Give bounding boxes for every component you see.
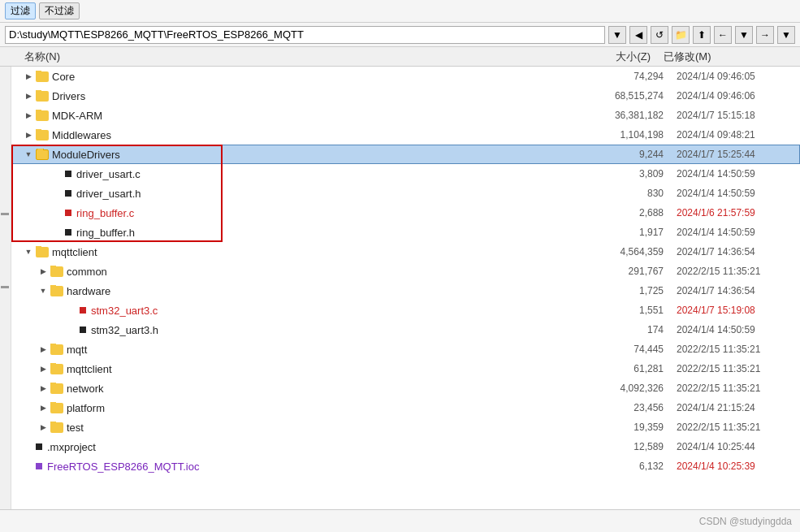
file-name-cell: ▼ModuleDrivers bbox=[11, 149, 573, 161]
file-size-cell: 1,104,198 bbox=[573, 129, 670, 141]
file-name-text: driver_usart.c bbox=[76, 168, 141, 180]
file-size-cell: 830 bbox=[573, 188, 670, 199]
file-name-text: ring_buffer.h bbox=[76, 227, 135, 239]
expand-icon[interactable]: ▶ bbox=[37, 383, 49, 394]
table-row[interactable]: FreeRTOS_ESP8266_MQTT.ioc6,1322024/1/4 1… bbox=[11, 456, 800, 476]
expand-icon[interactable]: ▶ bbox=[23, 90, 34, 102]
table-row[interactable]: .mxproject12,5892024/1/4 10:25:44 bbox=[11, 437, 800, 456]
file-name-cell: ▶network bbox=[11, 383, 573, 395]
expand-icon[interactable]: ▶ bbox=[37, 344, 49, 355]
expand-icon[interactable]: ▼ bbox=[23, 246, 34, 257]
file-modified-cell: 2022/2/15 11:35:21 bbox=[670, 266, 800, 277]
file-modified-cell: 2024/1/4 14:50:59 bbox=[670, 324, 800, 335]
table-row[interactable]: driver_usart.c3,8092024/1/4 14:50:59 bbox=[11, 164, 800, 184]
table-row[interactable]: ▶mqttclient61,2812022/2/15 11:35:21 bbox=[11, 359, 800, 378]
file-modified-cell: 2024/1/7 14:36:54 bbox=[670, 246, 800, 257]
table-row[interactable]: ▶Middlewares1,104,1982024/1/4 09:48:21 bbox=[11, 125, 800, 145]
file-modified-cell: 2024/1/7 15:15:18 bbox=[670, 110, 800, 121]
file-name-cell: stm32_uart3.c bbox=[11, 305, 573, 317]
nav-up-btn[interactable]: ⬆ bbox=[693, 26, 711, 44]
address-input[interactable] bbox=[5, 26, 605, 44]
nav-history-back-btn[interactable]: ← bbox=[714, 26, 732, 44]
expand-icon[interactable]: ▶ bbox=[37, 402, 49, 413]
file-name-cell: ▶platform bbox=[11, 402, 573, 414]
nav-fwd-dropdown-btn[interactable]: ▼ bbox=[777, 26, 795, 44]
file-size-cell: 2,688 bbox=[573, 207, 670, 218]
expand-icon[interactable]: ▶ bbox=[37, 422, 49, 433]
table-row[interactable]: ▶platform23,4562024/1/4 21:15:24 bbox=[11, 398, 800, 417]
table-row[interactable]: ▶Drivers68,515,2742024/1/4 09:46:06 bbox=[11, 86, 800, 106]
file-size-cell: 23,456 bbox=[573, 402, 670, 413]
col-modified-header: 已修改(M) bbox=[657, 50, 787, 64]
file-name-text: mqttclient bbox=[67, 363, 112, 375]
file-modified-cell: 2024/1/7 15:19:08 bbox=[670, 305, 800, 316]
file-size-cell: 19,359 bbox=[573, 422, 670, 433]
no-filter-button[interactable]: 不过滤 bbox=[39, 2, 80, 19]
file-name-text: stm32_uart3.c bbox=[91, 305, 158, 317]
table-row[interactable]: ▶common291,7672022/2/15 11:35:21 bbox=[11, 262, 800, 281]
file-name-cell: ▶Middlewares bbox=[11, 129, 573, 141]
folder-icon bbox=[50, 383, 63, 394]
table-row[interactable]: ▶test19,3592022/2/15 11:35:21 bbox=[11, 417, 800, 437]
left-indicator-bar bbox=[0, 67, 11, 509]
file-modified-cell: 2024/1/7 14:36:54 bbox=[670, 285, 800, 296]
file-name-cell: .mxproject bbox=[11, 441, 573, 453]
file-modified-cell: 2022/2/15 11:35:21 bbox=[670, 363, 800, 374]
file-size-cell: 1,917 bbox=[573, 227, 670, 238]
filter-button[interactable]: 过滤 bbox=[5, 2, 36, 19]
file-name-cell: ▶MDK-ARM bbox=[11, 110, 573, 122]
file-name-text: mqtt bbox=[67, 344, 87, 356]
dropdown-arr-btn[interactable]: ▼ bbox=[735, 26, 753, 44]
expand-icon[interactable]: ▼ bbox=[37, 285, 49, 296]
expand-icon[interactable]: ▶ bbox=[23, 110, 34, 121]
main-content: ▶Core74,2942024/1/4 09:46:05▶Drivers68,5… bbox=[0, 67, 800, 509]
expand-icon[interactable]: ▶ bbox=[37, 266, 49, 277]
table-row[interactable]: ▼mqttclient4,564,3592024/1/7 14:36:54 bbox=[11, 242, 800, 262]
expand-icon[interactable]: ▶ bbox=[23, 129, 34, 141]
column-headers: 名称(N) 大小(Z) 已修改(M) bbox=[0, 47, 800, 67]
table-row[interactable]: ▶mqtt74,4452022/2/15 11:35:21 bbox=[11, 340, 800, 359]
folder-icon bbox=[36, 247, 49, 257]
table-row[interactable]: stm32_uart3.h1742024/1/4 14:50:59 bbox=[11, 320, 800, 340]
table-row[interactable]: ▼hardware1,7252024/1/7 14:36:54 bbox=[11, 281, 800, 301]
file-name-text: mqttclient bbox=[52, 246, 97, 258]
file-name-text: ring_buffer.c bbox=[76, 207, 134, 219]
file-name-text: Core bbox=[52, 71, 75, 83]
file-name-text: hardware bbox=[67, 285, 110, 297]
table-row[interactable]: ▼ModuleDrivers9,2442024/1/7 15:25:44 bbox=[11, 145, 800, 164]
file-name-text: driver_usart.h bbox=[76, 188, 141, 200]
table-row[interactable]: ▶MDK-ARM36,381,1822024/1/7 15:15:18 bbox=[11, 106, 800, 125]
file-size-cell: 4,092,326 bbox=[573, 383, 670, 394]
file-modified-cell: 2024/1/4 10:25:39 bbox=[670, 461, 800, 472]
expand-icon[interactable]: ▶ bbox=[23, 71, 34, 82]
expand-icon[interactable]: ▼ bbox=[23, 149, 34, 160]
indicator-mark-2 bbox=[1, 286, 9, 288]
table-row[interactable]: ring_buffer.c2,6882024/1/6 21:57:59 bbox=[11, 203, 800, 223]
file-size-cell: 174 bbox=[573, 324, 670, 335]
nav-back-btn[interactable]: ◀ bbox=[629, 26, 647, 44]
file-size-cell: 36,381,182 bbox=[573, 110, 670, 121]
file-modified-cell: 2024/1/4 14:50:59 bbox=[670, 188, 800, 199]
file-size-cell: 61,281 bbox=[573, 363, 670, 374]
file-size-cell: 6,132 bbox=[573, 461, 670, 472]
table-row[interactable]: ▶Core74,2942024/1/4 09:46:05 bbox=[11, 67, 800, 86]
table-row[interactable]: ▶network4,092,3262022/2/15 11:35:21 bbox=[11, 378, 800, 398]
file-name-cell: ▶test bbox=[11, 422, 573, 434]
new-folder-btn[interactable]: 📁 bbox=[672, 26, 690, 44]
file-modified-cell: 2024/1/7 15:25:44 bbox=[670, 149, 800, 160]
dropdown-path-btn[interactable]: ▼ bbox=[608, 26, 626, 44]
file-list-container[interactable]: ▶Core74,2942024/1/4 09:46:05▶Drivers68,5… bbox=[11, 67, 800, 509]
file-modified-cell: 2024/1/4 09:48:21 bbox=[670, 129, 800, 141]
file-name-cell: ring_buffer.c bbox=[11, 207, 573, 219]
refresh-btn[interactable]: ↺ bbox=[651, 26, 668, 44]
expand-icon[interactable]: ▶ bbox=[37, 363, 49, 374]
nav-forward-btn[interactable]: → bbox=[756, 26, 774, 44]
folder-icon bbox=[50, 364, 63, 374]
file-black-icon bbox=[65, 229, 71, 236]
table-row[interactable]: ring_buffer.h1,9172024/1/4 14:50:59 bbox=[11, 223, 800, 242]
file-list: ▶Core74,2942024/1/4 09:46:05▶Drivers68,5… bbox=[11, 67, 800, 476]
table-row[interactable]: driver_usart.h8302024/1/4 14:50:59 bbox=[11, 184, 800, 203]
file-modified-cell: 2024/1/4 10:25:44 bbox=[670, 441, 800, 452]
table-row[interactable]: stm32_uart3.c1,5512024/1/7 15:19:08 bbox=[11, 301, 800, 320]
watermark-text: CSDN @studyingdda bbox=[699, 516, 792, 527]
